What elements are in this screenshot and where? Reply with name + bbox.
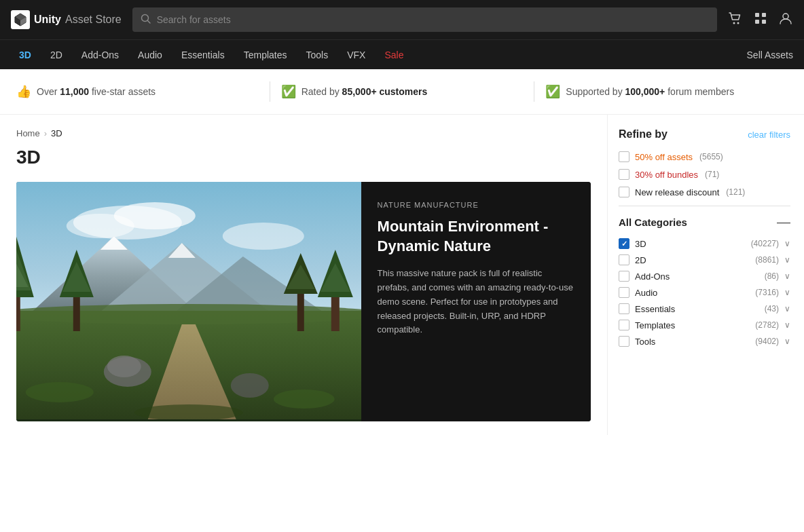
category-2d-count: (8861) <box>755 255 779 265</box>
page-title: 3D <box>16 147 591 168</box>
sidebar: Refine by clear filters 50% off assets (… <box>607 115 804 435</box>
category-tools-checkbox[interactable] <box>619 336 629 347</box>
search-input[interactable] <box>157 14 709 25</box>
user-icon[interactable] <box>778 11 793 29</box>
category-audio-checkbox[interactable] <box>619 287 629 298</box>
logo[interactable]: Unity Asset Store <box>11 10 122 29</box>
check-circle-icon-1: ✅ <box>281 84 296 99</box>
breadcrumb: Home › 3D <box>16 128 591 138</box>
nav-item-audio[interactable]: Audio <box>130 43 170 67</box>
filter-new-release-label: New release discount <box>635 187 719 197</box>
search-bar[interactable] <box>132 7 717 32</box>
category-audio-count: (7316) <box>755 288 779 297</box>
filter-new-release[interactable]: New release discount (121) <box>619 187 790 197</box>
sidebar-divider <box>619 206 790 206</box>
svg-point-16 <box>67 214 134 238</box>
category-tools-expand-icon[interactable]: ∨ <box>784 337 790 346</box>
category-3d-expand-icon[interactable]: ∨ <box>784 239 790 248</box>
category-3d-count: (40227) <box>751 239 779 248</box>
category-essentials-expand-icon[interactable]: ∨ <box>784 304 790 314</box>
filter-30-count: (71) <box>705 170 719 179</box>
nav-item-addons[interactable]: Add-Ons <box>73 43 127 67</box>
category-2d-label: 2D <box>635 255 750 265</box>
filter-50-checkbox[interactable] <box>619 151 629 162</box>
svg-point-6 <box>733 22 735 24</box>
main-container: Home › 3D 3D <box>0 115 804 435</box>
stat-divider-2 <box>534 81 534 102</box>
svg-point-43 <box>274 390 335 408</box>
category-templates-count: (2782) <box>755 320 779 330</box>
filter-30-label: 30% off bundles <box>635 170 698 180</box>
nav-item-3d[interactable]: 3D <box>11 43 39 67</box>
featured-image <box>16 182 361 421</box>
stat-divider-1 <box>270 81 270 102</box>
filter-50-label: 50% off assets <box>635 152 693 162</box>
stat-customers-text: Rated by 85,000+ customers <box>302 86 428 97</box>
category-templates-expand-icon[interactable]: ∨ <box>784 320 790 330</box>
category-3d[interactable]: 3D (40227) ∨ <box>619 238 790 249</box>
cart-icon[interactable] <box>728 11 743 29</box>
category-addons-expand-icon[interactable]: ∨ <box>784 271 790 281</box>
filter-30-checkbox[interactable] <box>619 169 629 180</box>
featured-card[interactable]: NATURE MANUFACTURE Mountain Environment … <box>16 182 591 421</box>
category-essentials[interactable]: Essentials (43) ∨ <box>619 303 790 314</box>
header: Unity Asset Store <box>0 0 804 39</box>
logo-cube <box>11 10 30 29</box>
featured-overlay: NATURE MANUFACTURE Mountain Environment … <box>361 182 591 421</box>
svg-point-42 <box>26 382 94 402</box>
grid-icon[interactable] <box>754 12 767 28</box>
clear-filters-link[interactable]: clear filters <box>748 130 790 140</box>
category-audio[interactable]: Audio (7316) ∨ <box>619 287 790 298</box>
category-templates-checkbox[interactable] <box>619 320 629 330</box>
filter-50-off[interactable]: 50% off assets (5655) <box>619 151 790 162</box>
filter-30-off[interactable]: 30% off bundles (71) <box>619 169 790 180</box>
svg-point-17 <box>223 223 304 250</box>
svg-point-24 <box>16 304 361 324</box>
svg-rect-10 <box>755 20 759 24</box>
svg-rect-8 <box>755 13 759 17</box>
nav-item-essentials[interactable]: Essentials <box>173 43 233 67</box>
category-essentials-checkbox[interactable] <box>619 303 629 314</box>
category-addons-checkbox[interactable] <box>619 271 629 282</box>
category-2d-checkbox[interactable] <box>619 254 629 265</box>
sell-assets-link[interactable]: Sell Assets <box>747 50 793 60</box>
nav-item-tools[interactable]: Tools <box>298 43 337 67</box>
category-3d-checkbox[interactable] <box>619 238 629 249</box>
category-audio-expand-icon[interactable]: ∨ <box>784 288 790 297</box>
header-icons <box>728 11 793 29</box>
nav-item-templates[interactable]: Templates <box>236 43 295 67</box>
category-tools-label: Tools <box>635 337 750 347</box>
logo-rest-text: Asset Store <box>65 14 122 26</box>
filter-new-release-checkbox[interactable] <box>619 187 629 197</box>
category-essentials-label: Essentials <box>635 304 759 314</box>
breadcrumb-home[interactable]: Home <box>16 128 40 138</box>
svg-rect-9 <box>762 13 766 17</box>
svg-point-27 <box>107 356 141 377</box>
category-3d-label: 3D <box>635 239 746 249</box>
svg-rect-11 <box>762 20 766 24</box>
categories-collapse-icon[interactable]: — <box>777 214 790 230</box>
category-templates-label: Templates <box>635 320 750 330</box>
category-tools[interactable]: Tools (9402) ∨ <box>619 336 790 347</box>
nav-item-2d[interactable]: 2D <box>42 43 71 67</box>
stat-five-star: 👍 Over 11,000 five-star assets <box>16 84 259 99</box>
nav-item-vfx[interactable]: VFX <box>339 43 373 67</box>
forest-scene-bg <box>16 182 361 421</box>
content-area: Home › 3D 3D <box>0 115 607 435</box>
category-addons-label: Add-Ons <box>635 271 759 282</box>
featured-title: Mountain Environment - Dynamic Nature <box>378 217 574 256</box>
category-audio-label: Audio <box>635 288 750 298</box>
stats-bar: 👍 Over 11,000 five-star assets ✅ Rated b… <box>0 69 804 115</box>
all-categories-title: All Categories <box>619 216 687 228</box>
stat-customers: ✅ Rated by 85,000+ customers <box>281 84 524 99</box>
nav-item-sale[interactable]: Sale <box>376 43 412 67</box>
category-2d-expand-icon[interactable]: ∨ <box>784 255 790 265</box>
featured-brand: NATURE MANUFACTURE <box>378 201 574 209</box>
stat-forum: ✅ Supported by 100,000+ forum members <box>545 84 788 99</box>
category-addons[interactable]: Add-Ons (86) ∨ <box>619 271 790 282</box>
filter-new-release-count: (121) <box>726 187 745 197</box>
category-2d[interactable]: 2D (8861) ∨ <box>619 254 790 265</box>
refine-header: Refine by clear filters <box>619 128 790 140</box>
stat-forum-text: Supported by 100,000+ forum members <box>566 86 734 97</box>
category-templates[interactable]: Templates (2782) ∨ <box>619 320 790 330</box>
